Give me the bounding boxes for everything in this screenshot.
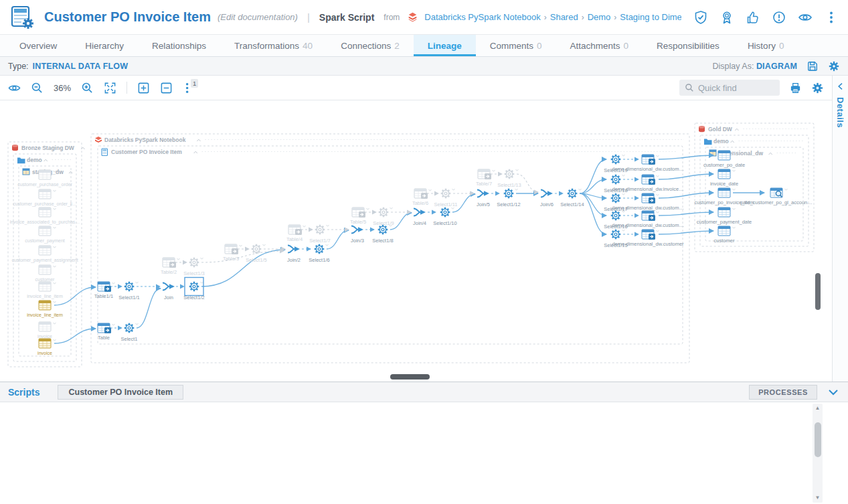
script-code-text[interactable] <box>0 402 848 406</box>
node-select1-1[interactable]: Select1/1 <box>118 282 139 301</box>
node-select1[interactable]: Select1 <box>120 323 138 342</box>
node-customer[interactable]: customer <box>714 226 736 244</box>
node-invoice-associated-to-purchas-[interactable]: invoice_associated_to_purchas… <box>10 207 80 225</box>
container-gold-dw[interactable]: Gold DW <box>695 123 814 252</box>
node-customer-payment[interactable]: customer_payment <box>25 226 65 244</box>
scroll-down-arrow[interactable]: ▼ <box>815 493 821 503</box>
tab-transformations[interactable]: Transformations40 <box>220 35 327 56</box>
expand-all-icon[interactable] <box>137 82 150 94</box>
node-select1-6[interactable]: Select1/6 <box>309 244 329 263</box>
node-demo-dimensional-dw-custom-[interactable]: demo.dimensional_dw.custom… <box>612 155 684 172</box>
code-scrollbar-thumb[interactable] <box>815 422 821 457</box>
node-select1-8[interactable]: Select1/8 <box>372 225 393 244</box>
code-scrollbar[interactable]: ▲ ▼ <box>813 404 823 503</box>
scroll-up-arrow[interactable]: ▲ <box>815 404 821 413</box>
quick-find-input[interactable] <box>698 83 772 93</box>
collapse-panel-chevron-down-icon[interactable] <box>827 386 840 399</box>
node-demo-dimensional-dw-custom-[interactable]: demo.dimensional_dw.custom… <box>612 211 684 228</box>
breadcrumb-link[interactable]: Staging to Dimensional DW Databricks <box>620 12 681 22</box>
node-select1-9[interactable]: Select1/9 <box>373 207 394 226</box>
horizontal-scrollbar-thumb[interactable] <box>390 374 430 380</box>
processes-button[interactable]: PROCESSES <box>749 385 817 400</box>
node-select1-14[interactable]: Select1/14 <box>560 189 584 207</box>
node-table[interactable]: Table <box>98 323 115 341</box>
type-value-link[interactable]: INTERNAL DATA FLOW <box>33 62 129 71</box>
node-join-3[interactable]: Join/3 <box>351 226 364 244</box>
node-customer-payment-date[interactable]: customer_payment_date <box>697 207 752 225</box>
node-invoice[interactable]: invoice <box>37 322 56 339</box>
award-icon[interactable] <box>719 10 734 25</box>
zoom-out-icon[interactable] <box>31 82 44 94</box>
node-table-6[interactable]: Table/6 <box>412 189 432 206</box>
node-invoice-date[interactable]: invoice_date <box>710 169 738 187</box>
tab-overview[interactable]: Overview <box>5 35 71 56</box>
node-demo-dimensional-dw-customer[interactable]: demo.dimensional_dw.customer <box>612 230 684 247</box>
tab-responsibilities[interactable]: Responsibilities <box>643 35 734 56</box>
settings-gear-icon[interactable] <box>828 60 840 72</box>
quick-find-box[interactable] <box>679 80 780 96</box>
eye-icon[interactable] <box>798 10 813 25</box>
breadcrumb-link[interactable]: Shared <box>550 12 578 22</box>
node-table-5[interactable]: Table/5 <box>350 207 369 225</box>
script-tab-customer-po-invoice-item[interactable]: Customer PO Invoice Item <box>58 385 183 400</box>
node-invoice-line-item[interactable]: invoice_line_item <box>27 282 63 299</box>
node-demo-dimensional-dw-custom-[interactable]: demo.dimensional_dw.custom… <box>612 193 684 211</box>
diagram-settings-gear-icon[interactable] <box>811 82 824 94</box>
type-label: Type: <box>8 62 29 71</box>
view-options-eye-icon[interactable] <box>8 82 21 94</box>
lineage-canvas[interactable]: Bronze Staging DWdemostaging_dwDatabrick… <box>0 100 832 382</box>
node-join[interactable]: Join <box>163 283 175 301</box>
thumbs-up-icon[interactable] <box>746 10 760 25</box>
node-select1-10[interactable]: Select1/10 <box>433 207 456 226</box>
fit-screen-icon[interactable] <box>104 82 116 94</box>
node-customer-purchase-order-li-[interactable]: customer_purchase_order_li… <box>13 189 77 207</box>
tab-comments[interactable]: Comments0 <box>476 35 556 56</box>
node-table1-1[interactable]: Table1/1 <box>94 282 115 299</box>
node-join-4[interactable]: Join/4 <box>413 209 426 226</box>
tab-connections[interactable]: Connections2 <box>327 35 414 56</box>
shield-check-icon[interactable] <box>693 10 708 25</box>
node-select1-3[interactable]: Select1/3 <box>183 258 204 276</box>
more-options-icon[interactable]: 1 <box>183 82 195 94</box>
breadcrumb-link[interactable]: Demo <box>588 12 611 22</box>
container-customer-po-invoice-item[interactable]: Customer PO Invoice Item <box>98 146 683 344</box>
node-join-2[interactable]: Join/2 <box>287 246 301 263</box>
kebab-menu-icon[interactable] <box>824 10 839 25</box>
display-as-value-link[interactable]: DIAGRAM <box>756 62 797 71</box>
node-select1-7[interactable]: Select1/7 <box>309 225 330 244</box>
container-databricks-pyspark-notebook[interactable]: Databricks PySpark Notebook <box>91 134 689 363</box>
node-invoice-line-item[interactable]: invoice_line_item <box>27 301 63 318</box>
node-customer-payment-assignment[interactable]: customer_payment_assignment <box>11 246 78 263</box>
node-select1-13[interactable]: Select1/13 <box>497 169 521 188</box>
breadcrumb-link[interactable]: Databricks PySpark Notebook <box>424 12 540 22</box>
tab-attachments[interactable]: Attachments0 <box>556 35 643 56</box>
vertical-scrollbar-thumb[interactable] <box>815 273 821 310</box>
node-table-2[interactable]: Table/2 <box>161 258 180 275</box>
node-select1-11[interactable]: Select1/11 <box>434 189 458 207</box>
node-table-3[interactable]: Table/3 <box>223 244 242 262</box>
node-demo-dimensional-dw-invoice-[interactable]: demo.dimensional_dw.invoice… <box>612 175 683 192</box>
tab-relationships[interactable]: Relationships <box>138 35 220 56</box>
alert-circle-icon[interactable] <box>772 10 786 25</box>
node-join-5[interactable]: Join/5 <box>477 190 490 207</box>
details-panel-label[interactable]: Details <box>835 97 845 128</box>
node-table-7[interactable]: Table/7 <box>476 169 495 187</box>
node-invoice[interactable]: invoice <box>37 339 56 355</box>
lineage-diagram[interactable]: Bronze Staging DWdemostaging_dwDatabrick… <box>0 100 832 382</box>
node-join-6[interactable]: Join/6 <box>540 190 554 207</box>
zoom-in-icon[interactable] <box>81 82 94 94</box>
chevron-left-icon[interactable] <box>835 81 846 92</box>
collapse-all-icon[interactable] <box>160 82 173 94</box>
print-icon[interactable] <box>789 82 802 94</box>
tab-history[interactable]: History0 <box>734 35 798 56</box>
save-view-icon[interactable] <box>807 60 819 72</box>
node-paid-customer-po-gl-accoun-[interactable]: paid_customer_po_gl_accoun… <box>740 188 813 205</box>
node-select1-2[interactable]: Select1/2 <box>183 278 204 301</box>
node-select1-12[interactable]: Select1/12 <box>497 189 520 207</box>
tab-hierarchy[interactable]: Hierarchy <box>71 35 138 56</box>
svg-text:Select1/13: Select1/13 <box>497 182 521 188</box>
tab-lineage[interactable]: Lineage <box>414 35 476 56</box>
node-table-4[interactable]: Table/4 <box>286 225 306 242</box>
node-customer[interactable]: customer <box>35 265 56 282</box>
edit-documentation-link[interactable]: (Edit documentation) <box>218 12 298 22</box>
